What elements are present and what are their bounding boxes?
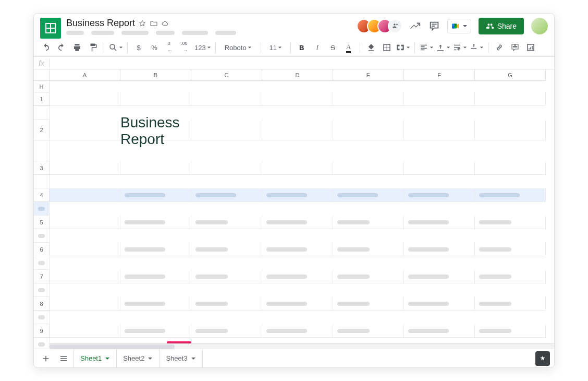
cell-F2[interactable] xyxy=(404,120,475,140)
cell-E9[interactable] xyxy=(333,324,404,338)
cell-A1[interactable] xyxy=(50,92,120,106)
merge-cells-button[interactable] xyxy=(396,41,410,54)
cell-F9[interactable] xyxy=(404,324,475,338)
collaborator-avatars[interactable] xyxy=(357,19,402,33)
cell-G6[interactable] xyxy=(475,243,546,256)
row-header[interactable]: 5 xyxy=(34,216,50,229)
cell-D3[interactable] xyxy=(262,161,333,175)
cell-D9[interactable] xyxy=(262,324,333,338)
activity-trend-icon[interactable] xyxy=(410,20,421,32)
cell-C9[interactable] xyxy=(191,324,262,338)
menu-item-placeholder[interactable] xyxy=(182,31,208,35)
cell-B8[interactable] xyxy=(120,297,191,311)
column-header[interactable]: B xyxy=(120,69,191,81)
cell-G8[interactable] xyxy=(475,297,546,311)
cell-H4[interactable] xyxy=(34,202,50,216)
cell-B5[interactable] xyxy=(120,216,191,229)
cell-A6[interactable] xyxy=(50,243,120,256)
move-folder-icon[interactable] xyxy=(150,19,158,28)
cell-B1[interactable] xyxy=(120,92,191,106)
explore-button[interactable] xyxy=(535,351,550,366)
sheet-tab[interactable]: Sheet3 xyxy=(160,349,202,368)
menu-item-placeholder[interactable] xyxy=(91,31,114,35)
all-sheets-button[interactable] xyxy=(56,351,71,366)
decrease-decimal-button[interactable]: .0← xyxy=(163,41,177,54)
menu-item-placeholder[interactable] xyxy=(156,31,175,35)
cell-E5[interactable] xyxy=(333,216,404,229)
cell-G5[interactable] xyxy=(475,216,546,229)
star-icon[interactable] xyxy=(138,19,146,28)
insert-chart-button[interactable] xyxy=(524,41,537,54)
cell-D8[interactable] xyxy=(262,297,333,311)
text-wrap-button[interactable] xyxy=(452,41,467,54)
cell-C3[interactable] xyxy=(191,161,262,175)
column-header[interactable]: F xyxy=(404,69,475,81)
cell-E1[interactable] xyxy=(333,92,404,106)
cell-A3[interactable] xyxy=(50,161,120,175)
comments-icon[interactable] xyxy=(428,20,440,32)
row-header[interactable]: 4 xyxy=(34,188,50,202)
cell-C4[interactable] xyxy=(191,188,262,202)
sheets-logo-icon[interactable] xyxy=(40,18,61,39)
fill-color-button[interactable] xyxy=(364,41,378,54)
cell-F1[interactable] xyxy=(404,92,475,106)
cell-H3[interactable] xyxy=(34,175,50,188)
cell-A9[interactable] xyxy=(50,324,120,338)
cell-F5[interactable] xyxy=(404,216,475,229)
cell-D1[interactable] xyxy=(262,92,333,106)
menu-item-placeholder[interactable] xyxy=(215,31,236,35)
currency-button[interactable]: $ xyxy=(132,41,145,54)
cell-C7[interactable] xyxy=(191,270,262,283)
cell-E8[interactable] xyxy=(333,297,404,311)
increase-decimal-button[interactable]: .00→ xyxy=(179,41,192,54)
row-header[interactable]: 1 xyxy=(34,92,50,106)
account-avatar[interactable] xyxy=(531,18,548,34)
font-family-dropdown[interactable]: Roboto xyxy=(220,41,256,54)
menu-item-placeholder[interactable] xyxy=(121,31,149,35)
cell-G2[interactable] xyxy=(475,120,546,140)
horizontal-align-button[interactable] xyxy=(419,41,434,54)
cell-B9[interactable] xyxy=(120,324,191,338)
cell-H2[interactable] xyxy=(34,140,50,161)
cell-A7[interactable] xyxy=(50,270,120,283)
cell-B6[interactable] xyxy=(120,243,191,256)
cell-H5[interactable] xyxy=(34,229,50,243)
add-sheet-button[interactable] xyxy=(38,351,54,366)
cell-C6[interactable] xyxy=(191,243,262,256)
cell-D4[interactable] xyxy=(262,188,333,202)
font-size-dropdown[interactable]: 11 xyxy=(265,41,286,54)
cell-E3[interactable] xyxy=(333,161,404,175)
cell-H7[interactable] xyxy=(34,283,50,297)
select-all-corner[interactable] xyxy=(34,69,50,81)
cell-A5[interactable] xyxy=(50,216,120,229)
row-header[interactable]: 7 xyxy=(34,270,50,283)
insert-comment-button[interactable] xyxy=(508,41,522,54)
cell-H6[interactable] xyxy=(34,256,50,270)
cell-G1[interactable] xyxy=(475,92,546,106)
share-button[interactable]: Share xyxy=(479,18,524,34)
menu-item-placeholder[interactable] xyxy=(66,31,84,35)
horizontal-scrollbar[interactable] xyxy=(50,343,554,349)
column-header[interactable]: C xyxy=(191,69,262,81)
row-header[interactable]: 8 xyxy=(34,297,50,311)
cell-F3[interactable] xyxy=(404,161,475,175)
formula-input[interactable] xyxy=(50,59,554,67)
column-header[interactable]: D xyxy=(262,69,333,81)
cell-F7[interactable] xyxy=(404,270,475,283)
sheet-tab[interactable]: Sheet1 xyxy=(74,349,117,368)
cell-G7[interactable] xyxy=(475,270,546,283)
zoom-dropdown[interactable] xyxy=(108,41,123,54)
cell-B7[interactable] xyxy=(120,270,191,283)
strikethrough-button[interactable]: S xyxy=(326,41,340,54)
cell-H8[interactable] xyxy=(34,311,50,324)
row-header[interactable]: 9 xyxy=(34,324,50,338)
cell-A4[interactable] xyxy=(50,188,120,202)
row-header[interactable]: 2 xyxy=(34,120,50,140)
cell-D6[interactable] xyxy=(262,243,333,256)
cell-D2[interactable] xyxy=(262,120,333,140)
column-header[interactable]: A xyxy=(50,69,120,81)
redo-button[interactable] xyxy=(55,41,68,54)
cell-F4[interactable] xyxy=(404,188,475,202)
column-header[interactable]: G xyxy=(475,69,546,81)
cell-E7[interactable] xyxy=(333,270,404,283)
